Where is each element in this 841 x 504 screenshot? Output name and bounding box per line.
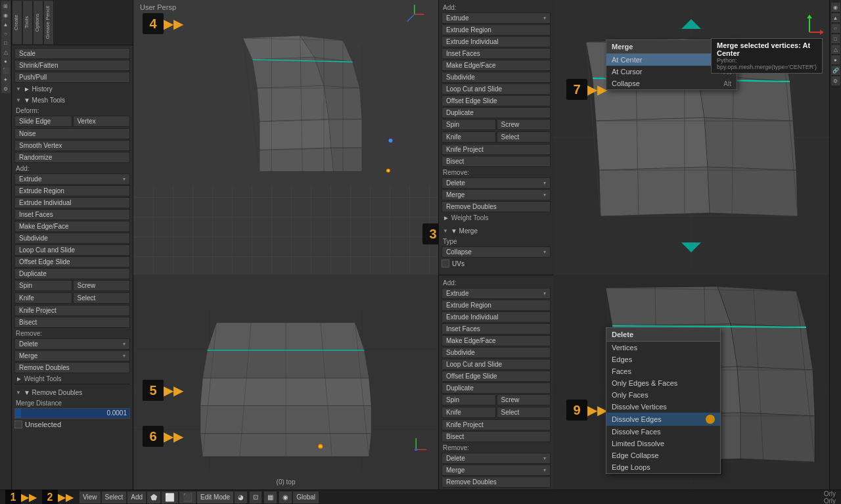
- edge-collapse-item[interactable]: Edge Collapse: [606, 449, 720, 461]
- knife-button[interactable]: Knife: [14, 292, 72, 304]
- right-offset-edge2[interactable]: Offset Edge Slide: [442, 371, 551, 382]
- dissolve-faces-item[interactable]: Dissolve Faces: [606, 426, 720, 438]
- right-loop-cut2[interactable]: Loop Cut and Slide: [442, 359, 551, 370]
- right-subdivide2[interactable]: Subdivide: [442, 347, 551, 358]
- extrude-individual-button[interactable]: Extrude Individual: [14, 197, 130, 208]
- right-select2[interactable]: Select: [497, 407, 551, 418]
- scale-button[interactable]: Scale: [14, 48, 130, 59]
- viewport-main[interactable]: User Persp 3 ▶▶ ▶▶ 8: [133, 0, 438, 275]
- randomize-button[interactable]: Randomize: [14, 152, 130, 163]
- right-inset-faces2[interactable]: Inset Faces: [442, 323, 551, 334]
- offset-edge-slide-button[interactable]: Offset Edge Slide: [14, 256, 130, 267]
- duplicate-button[interactable]: Duplicate: [14, 268, 130, 279]
- inset-faces-button[interactable]: Inset Faces: [14, 209, 130, 220]
- only-edges-faces-item[interactable]: Only Edges & Faces: [606, 377, 720, 389]
- select-btn-main[interactable]: Select: [101, 491, 127, 504]
- right-subdivide[interactable]: Subdivide: [442, 72, 551, 83]
- scene-icon[interactable]: ▲: [1, 20, 11, 29]
- right-extrude-individual2[interactable]: Extrude Individual: [442, 311, 551, 323]
- right-merge2[interactable]: Merge ▾: [442, 465, 551, 476]
- right-knife2[interactable]: Knife: [442, 407, 496, 418]
- extrude-dropdown[interactable]: Extrude ▾: [14, 173, 130, 185]
- knife-project-button[interactable]: Knife Project: [14, 305, 130, 316]
- only-faces-item[interactable]: Only Faces: [606, 389, 720, 401]
- right-duplicate[interactable]: Duplicate: [442, 107, 551, 118]
- rendered-mode-icon[interactable]: ◉: [279, 491, 292, 504]
- right-remove-doubles2[interactable]: Remove Doubles: [442, 476, 551, 488]
- render-props-icon[interactable]: ◉: [831, 3, 840, 12]
- material-icon[interactable]: ●: [1, 57, 11, 66]
- right-select-btn[interactable]: Select: [497, 131, 551, 143]
- push-pull-button[interactable]: Push/Pull: [14, 72, 130, 83]
- obj-icon[interactable]: □: [1, 38, 11, 47]
- viewport-bottom-left[interactable]: (0) top 5 ▶▶ 6 ▶▶: [133, 275, 438, 504]
- right-spin[interactable]: Spin: [442, 119, 496, 130]
- noise-button[interactable]: Noise: [14, 128, 130, 139]
- dissolve-edges-item[interactable]: Dissolve Edges: [606, 413, 720, 426]
- collapse-dropdown[interactable]: Collapse ▾: [442, 246, 551, 258]
- mesh-props-icon[interactable]: △: [831, 45, 840, 54]
- particle-icon[interactable]: ✦: [1, 75, 11, 84]
- spin-button[interactable]: Spin: [14, 280, 72, 291]
- right-bisect[interactable]: Bisect: [442, 156, 551, 167]
- obj-props-icon[interactable]: □: [831, 34, 840, 43]
- add-btn[interactable]: Add: [127, 491, 147, 504]
- bisect-button[interactable]: Bisect: [14, 317, 130, 328]
- extrude-region-button[interactable]: Extrude Region: [14, 185, 130, 196]
- right-knife-project2[interactable]: Knife Project: [442, 419, 551, 430]
- right-screw[interactable]: Screw: [497, 119, 551, 130]
- right-knife[interactable]: Knife: [442, 131, 496, 143]
- right-spin2[interactable]: Spin: [442, 394, 496, 405]
- texture-icon[interactable]: ⬛: [1, 66, 11, 75]
- loop-cut-slide-button[interactable]: Loop Cut and Slide: [14, 244, 130, 256]
- right-delete-dropdown[interactable]: Delete ▾: [442, 177, 551, 189]
- right-screw2[interactable]: Screw: [497, 394, 551, 405]
- smooth-vertex-button[interactable]: Smooth Vertex: [14, 140, 130, 151]
- slide-edge-button[interactable]: Slide Edge: [14, 116, 72, 127]
- modifier-props-icon[interactable]: ⚙: [831, 76, 840, 85]
- right-extrude2[interactable]: Extrude ▾: [442, 288, 551, 299]
- delete-dropdown[interactable]: Delete ▾: [14, 338, 130, 350]
- right-make-edge-face2[interactable]: Make Edge/Face: [442, 335, 551, 346]
- solid-mode-icon[interactable]: ◕: [234, 491, 248, 504]
- tab-tools[interactable]: Tools: [22, 0, 33, 45]
- tab-options[interactable]: Options: [33, 0, 43, 45]
- screw-button[interactable]: Screw: [73, 280, 131, 291]
- mesh-icon[interactable]: △: [1, 47, 11, 57]
- tab-create[interactable]: Create: [12, 0, 22, 45]
- right-duplicate2[interactable]: Duplicate: [442, 382, 551, 394]
- select-button[interactable]: Select: [73, 292, 131, 304]
- constraint-props-icon[interactable]: 🔗: [831, 66, 840, 75]
- make-edge-face-button[interactable]: Make Edge/Face: [14, 221, 130, 232]
- subdivide-button[interactable]: Subdivide: [14, 233, 130, 244]
- mesh-select-edge[interactable]: ⬜: [161, 491, 179, 504]
- right-offset-edge[interactable]: Offset Edge Slide: [442, 95, 551, 106]
- material-props-icon[interactable]: ●: [831, 55, 840, 64]
- shrink-fatten-button[interactable]: Shrink/Fatten: [14, 60, 130, 71]
- edit-mode-btn[interactable]: Edit Mode: [196, 491, 234, 504]
- right-loop-cut[interactable]: Loop Cut and Slide: [442, 83, 551, 95]
- view-btn[interactable]: View: [79, 491, 101, 504]
- faces-item[interactable]: Faces: [606, 365, 720, 377]
- right-extrude-dropdown[interactable]: Extrude ▾: [442, 12, 551, 24]
- wire-mode-icon[interactable]: ⊡: [249, 491, 262, 504]
- merge-dropdown[interactable]: Merge ▾: [14, 350, 130, 361]
- unselected-checkbox[interactable]: [14, 421, 22, 428]
- global-btn[interactable]: Global: [292, 491, 319, 504]
- world-icon[interactable]: ○: [1, 29, 11, 38]
- right-knife-project[interactable]: Knife Project: [442, 144, 551, 155]
- tab-grease-pencil[interactable]: Grease Pencil: [43, 0, 54, 45]
- mesh-select-face[interactable]: ⬛: [179, 491, 196, 504]
- right-delete2[interactable]: Delete ▾: [442, 453, 551, 464]
- uvs-checkbox[interactable]: [442, 260, 449, 267]
- scene-props-icon[interactable]: ▲: [831, 13, 840, 22]
- edge-loops-item[interactable]: Edge Loops: [606, 461, 720, 473]
- right-extrude-region2[interactable]: Extrude Region: [442, 300, 551, 311]
- right-extrude-individual[interactable]: Extrude Individual: [442, 36, 551, 47]
- merge-distance-slider[interactable]: 0.0001: [14, 408, 130, 419]
- render-icon[interactable]: ◉: [1, 11, 11, 20]
- viewport-right-top[interactable]: 7 ▶▶ Merge At Center Alt M At Cursor Alt: [553, 0, 829, 275]
- right-bisect2[interactable]: Bisect: [442, 431, 551, 442]
- mesh-select-vert[interactable]: ⬟: [147, 491, 161, 504]
- right-extrude-region[interactable]: Extrude Region: [442, 24, 551, 35]
